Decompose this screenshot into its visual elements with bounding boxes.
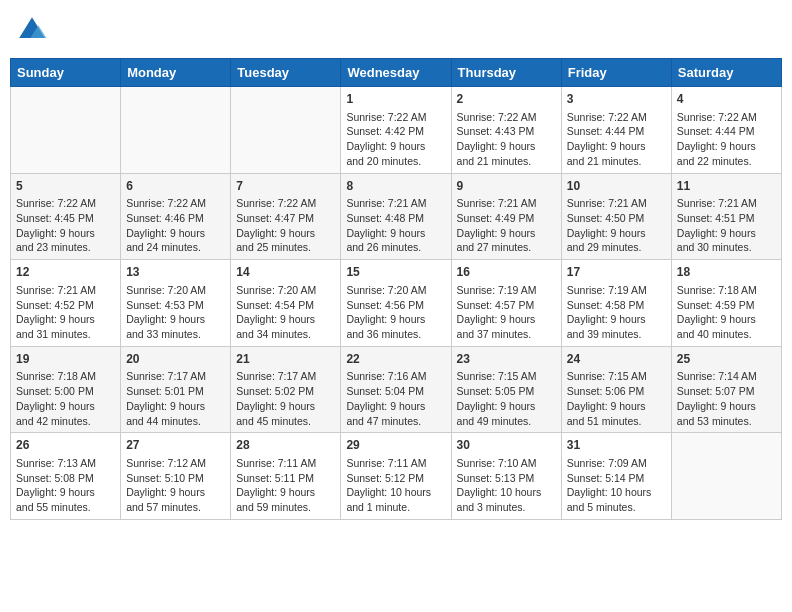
day-number: 26 (16, 437, 115, 454)
calendar-day-header: Wednesday (341, 59, 451, 87)
day-number: 2 (457, 91, 556, 108)
day-number: 24 (567, 351, 666, 368)
logo-icon (16, 14, 48, 46)
calendar-cell: 4Sunrise: 7:22 AM Sunset: 4:44 PM Daylig… (671, 87, 781, 174)
day-number: 5 (16, 178, 115, 195)
calendar-day-header: Sunday (11, 59, 121, 87)
day-number: 3 (567, 91, 666, 108)
day-number: 6 (126, 178, 225, 195)
calendar-cell: 16Sunrise: 7:19 AM Sunset: 4:57 PM Dayli… (451, 260, 561, 347)
calendar-cell: 22Sunrise: 7:16 AM Sunset: 5:04 PM Dayli… (341, 346, 451, 433)
calendar-cell (121, 87, 231, 174)
day-number: 22 (346, 351, 445, 368)
calendar-cell: 31Sunrise: 7:09 AM Sunset: 5:14 PM Dayli… (561, 433, 671, 520)
calendar-week-row: 19Sunrise: 7:18 AM Sunset: 5:00 PM Dayli… (11, 346, 782, 433)
day-info: Sunrise: 7:21 AM Sunset: 4:51 PM Dayligh… (677, 196, 776, 255)
day-info: Sunrise: 7:20 AM Sunset: 4:54 PM Dayligh… (236, 283, 335, 342)
calendar-cell: 20Sunrise: 7:17 AM Sunset: 5:01 PM Dayli… (121, 346, 231, 433)
day-number: 17 (567, 264, 666, 281)
day-info: Sunrise: 7:16 AM Sunset: 5:04 PM Dayligh… (346, 369, 445, 428)
day-info: Sunrise: 7:18 AM Sunset: 4:59 PM Dayligh… (677, 283, 776, 342)
day-number: 30 (457, 437, 556, 454)
day-number: 31 (567, 437, 666, 454)
day-number: 11 (677, 178, 776, 195)
day-info: Sunrise: 7:18 AM Sunset: 5:00 PM Dayligh… (16, 369, 115, 428)
day-info: Sunrise: 7:19 AM Sunset: 4:57 PM Dayligh… (457, 283, 556, 342)
calendar-cell: 27Sunrise: 7:12 AM Sunset: 5:10 PM Dayli… (121, 433, 231, 520)
day-number: 25 (677, 351, 776, 368)
calendar-cell: 15Sunrise: 7:20 AM Sunset: 4:56 PM Dayli… (341, 260, 451, 347)
calendar-cell (671, 433, 781, 520)
day-info: Sunrise: 7:11 AM Sunset: 5:11 PM Dayligh… (236, 456, 335, 515)
calendar-day-header: Thursday (451, 59, 561, 87)
day-number: 18 (677, 264, 776, 281)
day-info: Sunrise: 7:22 AM Sunset: 4:46 PM Dayligh… (126, 196, 225, 255)
day-info: Sunrise: 7:19 AM Sunset: 4:58 PM Dayligh… (567, 283, 666, 342)
page: SundayMondayTuesdayWednesdayThursdayFrid… (0, 0, 792, 530)
calendar-day-header: Monday (121, 59, 231, 87)
day-number: 14 (236, 264, 335, 281)
calendar-cell: 1Sunrise: 7:22 AM Sunset: 4:42 PM Daylig… (341, 87, 451, 174)
calendar-cell: 14Sunrise: 7:20 AM Sunset: 4:54 PM Dayli… (231, 260, 341, 347)
day-info: Sunrise: 7:12 AM Sunset: 5:10 PM Dayligh… (126, 456, 225, 515)
calendar-cell: 25Sunrise: 7:14 AM Sunset: 5:07 PM Dayli… (671, 346, 781, 433)
calendar-cell: 11Sunrise: 7:21 AM Sunset: 4:51 PM Dayli… (671, 173, 781, 260)
day-number: 4 (677, 91, 776, 108)
day-info: Sunrise: 7:17 AM Sunset: 5:01 PM Dayligh… (126, 369, 225, 428)
day-info: Sunrise: 7:22 AM Sunset: 4:44 PM Dayligh… (567, 110, 666, 169)
calendar-cell: 5Sunrise: 7:22 AM Sunset: 4:45 PM Daylig… (11, 173, 121, 260)
day-info: Sunrise: 7:15 AM Sunset: 5:05 PM Dayligh… (457, 369, 556, 428)
calendar-cell: 6Sunrise: 7:22 AM Sunset: 4:46 PM Daylig… (121, 173, 231, 260)
calendar-cell: 12Sunrise: 7:21 AM Sunset: 4:52 PM Dayli… (11, 260, 121, 347)
day-info: Sunrise: 7:22 AM Sunset: 4:45 PM Dayligh… (16, 196, 115, 255)
day-info: Sunrise: 7:21 AM Sunset: 4:52 PM Dayligh… (16, 283, 115, 342)
calendar-week-row: 26Sunrise: 7:13 AM Sunset: 5:08 PM Dayli… (11, 433, 782, 520)
calendar-table: SundayMondayTuesdayWednesdayThursdayFrid… (10, 58, 782, 520)
day-info: Sunrise: 7:09 AM Sunset: 5:14 PM Dayligh… (567, 456, 666, 515)
calendar-cell: 13Sunrise: 7:20 AM Sunset: 4:53 PM Dayli… (121, 260, 231, 347)
calendar-week-row: 1Sunrise: 7:22 AM Sunset: 4:42 PM Daylig… (11, 87, 782, 174)
day-number: 28 (236, 437, 335, 454)
calendar-header-row: SundayMondayTuesdayWednesdayThursdayFrid… (11, 59, 782, 87)
calendar-cell: 26Sunrise: 7:13 AM Sunset: 5:08 PM Dayli… (11, 433, 121, 520)
day-number: 9 (457, 178, 556, 195)
calendar-day-header: Tuesday (231, 59, 341, 87)
calendar-week-row: 12Sunrise: 7:21 AM Sunset: 4:52 PM Dayli… (11, 260, 782, 347)
calendar-cell: 9Sunrise: 7:21 AM Sunset: 4:49 PM Daylig… (451, 173, 561, 260)
day-number: 23 (457, 351, 556, 368)
logo (16, 14, 52, 46)
day-number: 27 (126, 437, 225, 454)
day-number: 19 (16, 351, 115, 368)
calendar-cell: 8Sunrise: 7:21 AM Sunset: 4:48 PM Daylig… (341, 173, 451, 260)
calendar-cell: 19Sunrise: 7:18 AM Sunset: 5:00 PM Dayli… (11, 346, 121, 433)
calendar-day-header: Saturday (671, 59, 781, 87)
calendar-cell: 21Sunrise: 7:17 AM Sunset: 5:02 PM Dayli… (231, 346, 341, 433)
day-number: 20 (126, 351, 225, 368)
day-info: Sunrise: 7:11 AM Sunset: 5:12 PM Dayligh… (346, 456, 445, 515)
calendar-cell: 28Sunrise: 7:11 AM Sunset: 5:11 PM Dayli… (231, 433, 341, 520)
day-number: 29 (346, 437, 445, 454)
day-number: 1 (346, 91, 445, 108)
calendar-cell: 24Sunrise: 7:15 AM Sunset: 5:06 PM Dayli… (561, 346, 671, 433)
calendar-cell: 10Sunrise: 7:21 AM Sunset: 4:50 PM Dayli… (561, 173, 671, 260)
day-info: Sunrise: 7:22 AM Sunset: 4:43 PM Dayligh… (457, 110, 556, 169)
day-number: 21 (236, 351, 335, 368)
day-info: Sunrise: 7:20 AM Sunset: 4:56 PM Dayligh… (346, 283, 445, 342)
day-info: Sunrise: 7:22 AM Sunset: 4:47 PM Dayligh… (236, 196, 335, 255)
day-info: Sunrise: 7:15 AM Sunset: 5:06 PM Dayligh… (567, 369, 666, 428)
day-number: 15 (346, 264, 445, 281)
day-number: 16 (457, 264, 556, 281)
day-number: 12 (16, 264, 115, 281)
calendar-cell: 23Sunrise: 7:15 AM Sunset: 5:05 PM Dayli… (451, 346, 561, 433)
day-info: Sunrise: 7:21 AM Sunset: 4:49 PM Dayligh… (457, 196, 556, 255)
calendar-cell: 3Sunrise: 7:22 AM Sunset: 4:44 PM Daylig… (561, 87, 671, 174)
calendar-week-row: 5Sunrise: 7:22 AM Sunset: 4:45 PM Daylig… (11, 173, 782, 260)
day-info: Sunrise: 7:22 AM Sunset: 4:42 PM Dayligh… (346, 110, 445, 169)
header (10, 10, 782, 50)
day-info: Sunrise: 7:22 AM Sunset: 4:44 PM Dayligh… (677, 110, 776, 169)
day-info: Sunrise: 7:20 AM Sunset: 4:53 PM Dayligh… (126, 283, 225, 342)
day-number: 10 (567, 178, 666, 195)
day-info: Sunrise: 7:17 AM Sunset: 5:02 PM Dayligh… (236, 369, 335, 428)
day-info: Sunrise: 7:10 AM Sunset: 5:13 PM Dayligh… (457, 456, 556, 515)
calendar-cell: 17Sunrise: 7:19 AM Sunset: 4:58 PM Dayli… (561, 260, 671, 347)
